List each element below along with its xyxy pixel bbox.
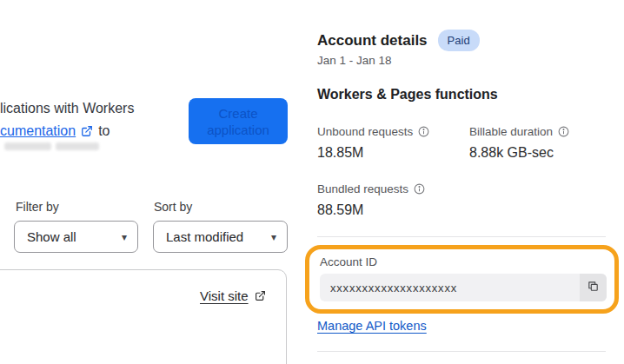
stat-value-unbound-requests: 18.85M [317, 145, 363, 161]
usage-section-title: Workers & Pages functions [317, 87, 498, 103]
filter-select-value: Show all [27, 229, 76, 244]
plan-badge: Paid [438, 30, 480, 51]
faded-text-artifact [56, 142, 99, 150]
account-id-label: Account ID [320, 255, 377, 268]
account-details-header: Account details Paid [317, 30, 480, 51]
divider [317, 236, 606, 237]
stat-value-billable-duration: 8.88k GB-sec [469, 145, 554, 161]
workers-overview-page: lications with Workers cumentation to Cr… [0, 0, 624, 364]
stat-label-billable-duration: Billable duration [469, 125, 569, 138]
copy-account-id-button[interactable] [580, 274, 607, 301]
chevron-down-icon: ▾ [271, 232, 276, 242]
sort-by-label: Sort by [154, 200, 192, 214]
external-link-icon [81, 125, 93, 137]
manage-api-tokens-link[interactable]: Manage API tokens [317, 319, 427, 333]
account-id-field-group [320, 274, 607, 301]
visit-site-label: Visit site [200, 288, 249, 303]
filter-by-label: Filter by [16, 200, 59, 214]
copy-icon [587, 280, 600, 295]
intro-text-line1: lications with Workers [0, 101, 134, 116]
info-icon[interactable] [558, 126, 569, 137]
external-link-icon [255, 290, 266, 301]
stat-label-text: Unbound requests [317, 125, 413, 138]
visit-site-link[interactable]: Visit site [200, 288, 266, 303]
create-application-button[interactable]: Create application [189, 98, 288, 144]
divider [317, 351, 606, 352]
intro-text-line2: cumentation to [0, 123, 110, 139]
sort-select-value: Last modified [166, 229, 243, 244]
intro-text-suffix: to [98, 123, 110, 139]
info-icon[interactable] [414, 183, 425, 195]
faded-text-artifact [4, 142, 51, 150]
documentation-link[interactable]: cumentation [0, 123, 76, 139]
page-title: Account details [317, 32, 428, 50]
stat-label-bundled-requests: Bundled requests [317, 182, 425, 195]
account-id-input[interactable] [320, 274, 579, 301]
billing-date-range: Jan 1 - Jan 18 [317, 54, 392, 67]
stat-label-text: Bundled requests [317, 182, 408, 195]
stat-label-unbound-requests: Unbound requests [317, 125, 429, 138]
stat-value-bundled-requests: 88.59M [317, 202, 363, 218]
worker-site-card [0, 269, 287, 364]
info-icon[interactable] [418, 126, 429, 137]
stat-label-text: Billable duration [469, 125, 553, 138]
filter-select[interactable]: Show all ▾ [14, 221, 138, 253]
sort-select[interactable]: Last modified ▾ [153, 221, 288, 253]
chevron-down-icon: ▾ [122, 232, 127, 242]
